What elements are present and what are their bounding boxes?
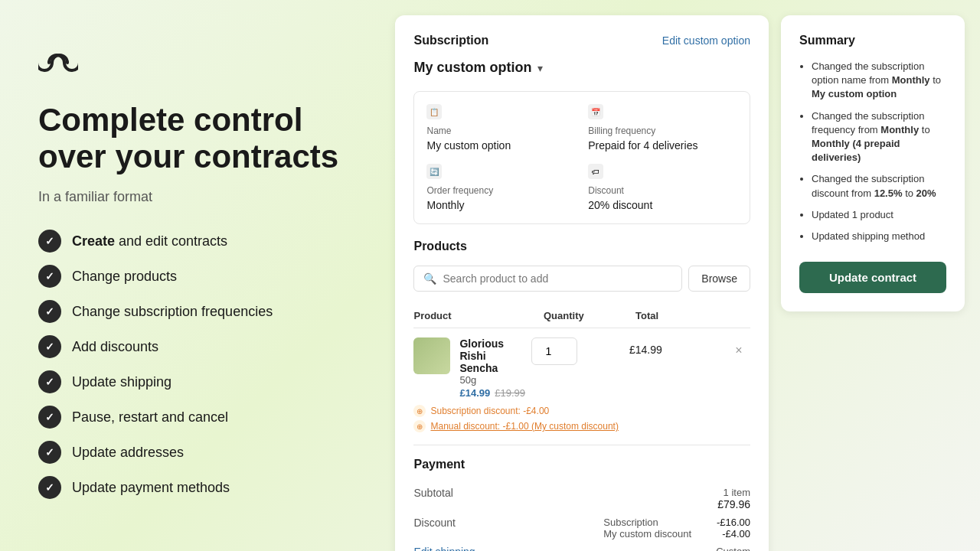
feature-label: Update payment methods bbox=[72, 480, 230, 496]
discount-sub1-row: Subscription -£16.00 bbox=[603, 517, 750, 528]
check-icon bbox=[38, 300, 61, 323]
frequency-icon: 🔄 bbox=[426, 164, 442, 179]
detail-discount: 🏷 Discount 20% discount bbox=[588, 164, 737, 211]
edit-shipping-link[interactable]: Edit shipping bbox=[413, 546, 475, 551]
feature-item: Create and edit contracts bbox=[38, 230, 349, 253]
product-details: Glorious Rishi Sencha 50g £14.99 £19.99 bbox=[459, 337, 525, 399]
order-freq-value: Monthly bbox=[426, 199, 576, 211]
summary-title: Summary bbox=[799, 34, 946, 47]
price-current: £14.99 bbox=[459, 387, 490, 399]
products-title: Products bbox=[413, 240, 466, 253]
order-freq-label: Order frequency bbox=[426, 185, 576, 196]
feature-item: Update addresses bbox=[38, 441, 349, 464]
manual-discount-item[interactable]: ⊕ Manual discount: -£1.00 (My custom dis… bbox=[413, 420, 750, 432]
check-icon bbox=[38, 230, 61, 253]
feature-label: Change subscription frequencies bbox=[72, 304, 273, 320]
product-row: Glorious Rishi Sencha 50g £14.99 £19.99 … bbox=[413, 337, 750, 399]
price-original: £19.99 bbox=[495, 387, 525, 399]
edit-custom-option-link[interactable]: Edit custom option bbox=[662, 34, 750, 47]
products-section: Products 🔍 Browse Product Quantity Total bbox=[413, 240, 750, 432]
discount-sub1-value: -£16.00 bbox=[717, 517, 750, 528]
discount-sub2-value: -£4.00 bbox=[722, 528, 750, 540]
feature-list: Create and edit contracts Change product… bbox=[38, 230, 349, 499]
subtotal-value: £79.96 bbox=[717, 498, 750, 510]
summary-item-1: Changed the subscription option name fro… bbox=[812, 60, 946, 102]
right-panel: Subscription Edit custom option My custo… bbox=[387, 0, 980, 551]
discount-sub2-label: My custom discount bbox=[603, 528, 691, 540]
feature-item: Update shipping bbox=[38, 370, 349, 393]
left-panel: Complete control over your contracts In … bbox=[0, 0, 387, 551]
subscription-details: 📋 Name My custom option 📅 Billing freque… bbox=[413, 91, 750, 224]
shipping-type: Custom bbox=[716, 546, 750, 551]
to-prepaid: Monthly (4 prepaid deliveries) bbox=[812, 138, 900, 163]
section-divider bbox=[413, 445, 750, 445]
discount-rows: ⊕ Subscription discount: -£4.00 ⊕ Manual… bbox=[413, 405, 750, 432]
discount-payment-label: Discount bbox=[413, 517, 455, 529]
hero-title: Complete control over your contracts bbox=[38, 102, 349, 176]
shipping-row: Edit shipping Custom £2.00 bbox=[413, 543, 750, 551]
feature-item: Change subscription frequencies bbox=[38, 300, 349, 323]
subscription-discount-label: Subscription discount: -£4.00 bbox=[430, 406, 549, 416]
feature-label: Update shipping bbox=[72, 374, 172, 390]
product-thumbnail bbox=[413, 337, 450, 374]
main-card: Subscription Edit custom option My custo… bbox=[395, 15, 769, 551]
discount-icon: 🏷 bbox=[588, 164, 603, 179]
subscription-header: Subscription Edit custom option bbox=[413, 34, 750, 47]
discount-sub2-row: My custom discount -£4.00 bbox=[603, 528, 750, 540]
col-product: Product bbox=[413, 310, 544, 321]
to-discount: 20% bbox=[916, 187, 936, 199]
name-value: My custom option bbox=[426, 139, 576, 152]
discount-values: Subscription -£16.00 My custom discount … bbox=[603, 517, 750, 540]
check-icon bbox=[38, 370, 61, 393]
product-table-header: Product Quantity Total bbox=[413, 304, 750, 328]
remove-product-button[interactable]: × bbox=[727, 337, 750, 357]
update-contract-button[interactable]: Update contract bbox=[799, 262, 946, 293]
billing-icon: 📅 bbox=[588, 104, 603, 119]
subtotal-label: Subtotal bbox=[413, 487, 452, 499]
subscription-title: Subscription bbox=[413, 34, 488, 47]
subscription-dropdown[interactable]: My custom option ▾ bbox=[413, 60, 750, 76]
subtotal-values: 1 item £79.96 bbox=[717, 487, 750, 510]
summary-item-5: Updated shipping method bbox=[812, 230, 946, 243]
shipping-values: Custom £2.00 bbox=[716, 546, 750, 551]
subscription-discount-icon: ⊕ bbox=[413, 405, 426, 417]
quantity-input[interactable] bbox=[531, 337, 577, 365]
products-header: Products bbox=[413, 240, 750, 253]
feature-item: Update payment methods bbox=[38, 476, 349, 499]
feature-label: Add discounts bbox=[72, 339, 158, 355]
summary-item-3: Changed the subscription discount from 1… bbox=[812, 172, 946, 200]
col-total: Total bbox=[635, 310, 727, 321]
search-input-wrap[interactable]: 🔍 bbox=[413, 266, 682, 292]
product-info: Glorious Rishi Sencha 50g £14.99 £19.99 bbox=[413, 337, 525, 399]
subtotal-row: Subtotal 1 item £79.96 bbox=[413, 484, 750, 514]
summary-item-4: Updated 1 product bbox=[812, 208, 946, 222]
discount-value: 20% discount bbox=[588, 199, 737, 211]
product-search-row: 🔍 Browse bbox=[413, 266, 750, 292]
detail-order-frequency: 🔄 Order frequency Monthly bbox=[426, 164, 576, 211]
search-icon: 🔍 bbox=[423, 272, 436, 285]
search-product-input[interactable] bbox=[443, 272, 672, 285]
detail-billing: 📅 Billing frequency Prepaid for 4 delive… bbox=[588, 104, 737, 152]
manual-discount-icon: ⊕ bbox=[413, 420, 426, 432]
col-quantity: Quantity bbox=[544, 310, 635, 321]
feature-label: Create and edit contracts bbox=[72, 233, 227, 249]
browse-button[interactable]: Browse bbox=[688, 266, 750, 292]
discount-row: Discount Subscription -£16.00 My custom … bbox=[413, 514, 750, 543]
product-quantity-cell bbox=[531, 337, 623, 365]
from-monthly-2: Monthly bbox=[880, 124, 919, 135]
product-name: Glorious Rishi Sencha bbox=[459, 337, 525, 374]
detail-name: 📋 Name My custom option bbox=[426, 104, 576, 152]
subtotal-items: 1 item bbox=[717, 487, 750, 498]
billing-value: Prepaid for 4 deliveries bbox=[588, 139, 737, 152]
check-icon bbox=[38, 476, 61, 499]
chevron-down-icon: ▾ bbox=[537, 62, 543, 74]
from-discount: 12.5% bbox=[874, 187, 903, 199]
col-actions bbox=[727, 310, 750, 321]
from-monthly: Monthly bbox=[892, 74, 930, 86]
check-icon bbox=[38, 265, 61, 288]
feature-label: Change products bbox=[72, 269, 177, 285]
summary-list: Changed the subscription option name fro… bbox=[799, 60, 946, 243]
hero-subtitle: In a familiar format bbox=[38, 189, 349, 205]
manual-discount-label[interactable]: Manual discount: -£1.00 (My custom disco… bbox=[430, 421, 618, 432]
feature-label: Update addresses bbox=[72, 445, 184, 461]
